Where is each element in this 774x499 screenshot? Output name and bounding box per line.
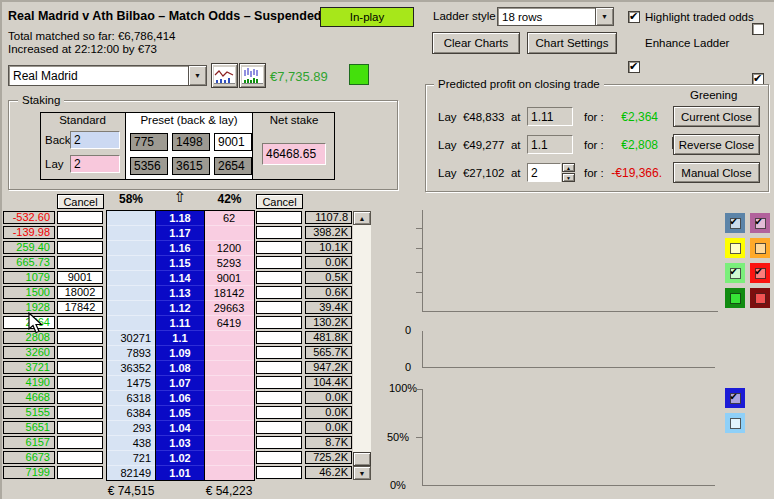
lay-amount-cell[interactable]: [205, 421, 253, 436]
cancel-lay-cell[interactable]: [256, 301, 302, 314]
scroll-up-icon[interactable]: ▲: [353, 211, 371, 225]
back-amount-cell[interactable]: 1475: [107, 376, 154, 391]
lay-amount-cell[interactable]: [205, 451, 253, 466]
cancel-lay-cell[interactable]: [256, 256, 302, 269]
price-cell[interactable]: 1.07: [156, 376, 204, 391]
cancel-lay-cell[interactable]: [256, 211, 302, 224]
back-amount-cell[interactable]: [107, 211, 154, 226]
price-cell[interactable]: 1.04: [156, 421, 204, 436]
cancel-back-cell[interactable]: 17842: [57, 301, 103, 314]
cancel-lay-cell[interactable]: [256, 406, 302, 419]
lay-amount-cell[interactable]: [205, 436, 253, 451]
cancel-back-cell[interactable]: [57, 466, 103, 479]
chart-series-toggle-dark-red-solid[interactable]: [750, 288, 770, 308]
chart-series-toggle-dark-blue[interactable]: ✔: [725, 388, 745, 408]
lay-amount-cell[interactable]: [205, 331, 253, 346]
cancel-lay-cell[interactable]: [256, 241, 302, 254]
price-cell[interactable]: 1.13: [156, 286, 204, 301]
cancel-back-cell[interactable]: [57, 406, 103, 419]
cancel-back-cell[interactable]: [57, 241, 103, 254]
chart-series-toggle-steel-blue[interactable]: ✔: [725, 213, 745, 233]
back-amount-cell[interactable]: 30271: [107, 331, 154, 346]
back-amount-cell[interactable]: [107, 316, 154, 331]
chart-series-toggle-orange[interactable]: [750, 238, 770, 258]
cancel-back-cell[interactable]: [57, 361, 103, 374]
lay-amount-cell[interactable]: 62: [205, 211, 253, 226]
price-cell[interactable]: 1.1: [156, 331, 204, 346]
scrollbar-thumb[interactable]: [353, 452, 371, 466]
price-cell[interactable]: 1.09: [156, 346, 204, 361]
cancel-back-cell[interactable]: 9001: [57, 271, 103, 284]
cancel-lay-button[interactable]: Cancel: [256, 194, 303, 209]
cancel-back-cell[interactable]: [57, 391, 103, 404]
cancel-lay-cell[interactable]: [256, 376, 302, 389]
back-amount-cell[interactable]: 438: [107, 436, 154, 451]
lay-amount-cell[interactable]: [205, 406, 253, 421]
chart-series-toggle-light-green[interactable]: ✔: [725, 263, 745, 283]
cancel-lay-cell[interactable]: [256, 361, 302, 374]
price-cell[interactable]: 1.11: [156, 316, 204, 331]
price-cell[interactable]: 1.01: [156, 466, 204, 481]
price-cell[interactable]: 1.17: [156, 226, 204, 241]
cancel-lay-cell[interactable]: [256, 316, 302, 329]
lay-amount-cell[interactable]: 18142: [205, 286, 253, 301]
back-amount-cell[interactable]: [107, 256, 154, 271]
back-amount-cell[interactable]: [107, 271, 154, 286]
cancel-back-cell[interactable]: 18002: [57, 286, 103, 299]
back-amount-cell[interactable]: [107, 241, 154, 256]
chart-series-toggle-light-blue[interactable]: [725, 413, 745, 433]
cancel-lay-cell[interactable]: [256, 346, 302, 359]
cancel-lay-cell[interactable]: [256, 466, 302, 479]
chart-series-toggle-yellow[interactable]: [725, 238, 745, 258]
cancel-lay-cell[interactable]: [256, 391, 302, 404]
chart-series-toggle-green-solid[interactable]: [725, 288, 745, 308]
price-cell[interactable]: 1.12: [156, 301, 204, 316]
price-cell[interactable]: 1.16: [156, 241, 204, 256]
back-amount-cell[interactable]: 36352: [107, 361, 154, 376]
price-cell[interactable]: 1.06: [156, 391, 204, 406]
back-amount-cell[interactable]: 6384: [107, 406, 154, 421]
price-cell[interactable]: 1.18: [156, 211, 204, 226]
lay-amount-cell[interactable]: 1200: [205, 241, 253, 256]
cancel-back-cell[interactable]: [57, 376, 103, 389]
cancel-lay-cell[interactable]: [256, 451, 302, 464]
cancel-lay-cell[interactable]: [256, 286, 302, 299]
price-cell[interactable]: 1.15: [156, 256, 204, 271]
back-amount-cell[interactable]: [107, 286, 154, 301]
lay-amount-cell[interactable]: [205, 226, 253, 241]
cancel-back-button[interactable]: Cancel: [57, 194, 104, 209]
lay-amount-cell[interactable]: [205, 466, 253, 481]
cancel-back-cell[interactable]: [57, 331, 103, 344]
price-cell[interactable]: 1.14: [156, 271, 204, 286]
cancel-lay-cell[interactable]: [256, 226, 302, 239]
cancel-back-cell[interactable]: [57, 211, 103, 224]
price-cell[interactable]: 1.02: [156, 451, 204, 466]
cancel-back-cell[interactable]: [57, 451, 103, 464]
lay-amount-cell[interactable]: [205, 346, 253, 361]
price-cell[interactable]: 1.08: [156, 361, 204, 376]
price-cell[interactable]: 1.03: [156, 436, 204, 451]
lay-amount-cell[interactable]: 29663: [205, 301, 253, 316]
back-amount-cell[interactable]: [107, 226, 154, 241]
cancel-back-cell[interactable]: [57, 316, 103, 329]
back-amount-cell[interactable]: 82149: [107, 466, 154, 481]
lay-amount-cell[interactable]: [205, 376, 253, 391]
cancel-back-cell[interactable]: [57, 436, 103, 449]
cancel-lay-cell[interactable]: [256, 271, 302, 284]
chart-series-toggle-purple[interactable]: ✔: [750, 213, 770, 233]
cancel-back-cell[interactable]: [57, 346, 103, 359]
cancel-lay-cell[interactable]: [256, 331, 302, 344]
cancel-lay-cell[interactable]: [256, 421, 302, 434]
cancel-back-cell[interactable]: [57, 226, 103, 239]
cancel-back-cell[interactable]: [57, 421, 103, 434]
lay-amount-cell[interactable]: 6419: [205, 316, 253, 331]
scroll-down-icon[interactable]: ▼: [353, 466, 371, 480]
cancel-back-cell[interactable]: [57, 256, 103, 269]
ladder-scrollbar[interactable]: ▲ ▼: [353, 211, 371, 480]
lay-amount-cell[interactable]: [205, 391, 253, 406]
back-amount-cell[interactable]: 721: [107, 451, 154, 466]
back-amount-cell[interactable]: 6318: [107, 391, 154, 406]
lay-amount-cell[interactable]: [205, 361, 253, 376]
chart-series-toggle-red[interactable]: ✔: [750, 263, 770, 283]
cancel-lay-cell[interactable]: [256, 436, 302, 449]
